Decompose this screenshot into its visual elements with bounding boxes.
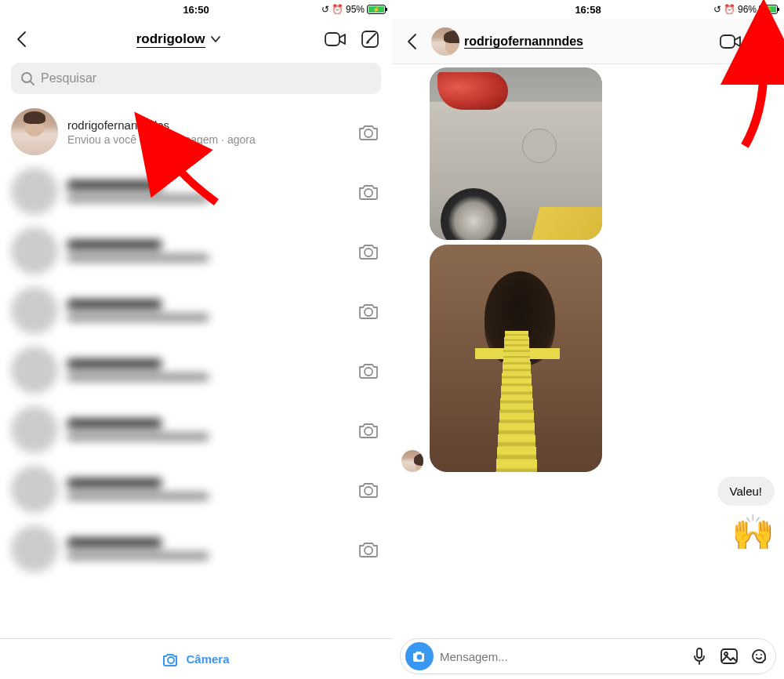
svg-point-8 [365, 368, 372, 376]
search-field[interactable]: Pesquisar [11, 63, 381, 94]
conversation-row-blurred[interactable] [0, 340, 392, 400]
compose-icon [360, 29, 380, 49]
svg-point-6 [365, 249, 372, 256]
message-composer[interactable] [400, 638, 776, 674]
status-bar: 16:50 ↺ ⏰ 95% ⚡ [0, 0, 392, 19]
conversation-row-blurred[interactable] [0, 400, 392, 459]
svg-point-23 [760, 654, 762, 655]
quick-camera-button[interactable] [356, 119, 381, 144]
conversation-text [67, 300, 347, 321]
incoming-photo-message[interactable] [401, 67, 775, 240]
battery-icon: ⚡ [759, 5, 778, 14]
svg-point-11 [365, 546, 372, 554]
orientation-lock-icon: ↺ [713, 4, 721, 15]
svg-point-5 [365, 189, 372, 197]
svg-point-4 [365, 129, 372, 137]
status-right: ↺ ⏰ 95% ⚡ [321, 4, 386, 15]
photo-attachment[interactable] [430, 67, 602, 240]
video-call-button[interactable] [717, 27, 745, 56]
account-switcher[interactable]: rodrigolow [42, 31, 315, 47]
back-button[interactable] [8, 25, 36, 53]
gallery-button[interactable] [717, 645, 741, 668]
status-time: 16:58 [575, 4, 601, 16]
avatar [11, 347, 58, 394]
svg-point-10 [365, 487, 372, 495]
conversation-text: rodrigofernannndes Enviou a você uma men… [67, 118, 347, 146]
direct-thread-screen: 16:58 ↺ ⏰ 96% ⚡ rodrigofernannndes [392, 0, 784, 679]
avatar [11, 525, 58, 572]
avatar [11, 227, 58, 274]
avatar [11, 287, 58, 334]
quick-camera-button[interactable] [356, 298, 381, 323]
conversation-name: rodrigofernannndes [67, 118, 347, 132]
emoji-raised-hands: 🙌 [731, 512, 775, 553]
camera-icon [358, 301, 379, 320]
inbox-header: rodrigolow [0, 19, 392, 60]
quick-camera-button[interactable] [356, 179, 381, 204]
conversation-row-blurred[interactable] [0, 162, 392, 221]
svg-point-2 [22, 73, 31, 82]
back-button[interactable] [398, 27, 426, 56]
svg-point-9 [365, 427, 372, 435]
sender-avatar[interactable] [401, 450, 423, 472]
conversation-avatar[interactable] [431, 27, 459, 56]
svg-line-3 [31, 82, 34, 85]
quick-camera-button[interactable] [356, 536, 381, 561]
sticker-button[interactable] [747, 645, 771, 668]
status-time: 16:50 [183, 4, 209, 16]
svg-rect-0 [325, 33, 339, 45]
chevron-left-icon [16, 31, 28, 48]
svg-rect-14 [720, 35, 735, 48]
svg-rect-19 [697, 648, 702, 658]
quick-camera-button[interactable] [356, 477, 381, 502]
composer-input[interactable] [440, 650, 681, 663]
message-bubble: Valeu! [717, 477, 775, 506]
camera-fill-icon [412, 649, 427, 663]
photo-attachment[interactable] [430, 245, 602, 472]
conversation-text [67, 538, 347, 560]
microphone-icon [691, 647, 707, 666]
battery-percent: 96% [738, 4, 757, 15]
composer-camera-button[interactable] [405, 642, 434, 670]
status-right: ↺ ⏰ 96% ⚡ [713, 4, 778, 15]
outgoing-text-message[interactable]: Valeu! [401, 477, 775, 506]
camera-footer-label: Câmera [186, 652, 229, 666]
outgoing-emoji-message[interactable]: 🙌 [401, 510, 775, 553]
voice-message-button[interactable] [688, 645, 711, 668]
chevron-down-icon [210, 35, 221, 43]
camera-icon [358, 361, 379, 379]
svg-point-7 [365, 308, 372, 316]
alarm-icon: ⏰ [724, 4, 735, 15]
conversation-row-blurred[interactable] [0, 459, 392, 519]
conversation-row-blurred[interactable] [0, 519, 392, 579]
conversation-row[interactable]: rodrigofernannndes Enviou a você uma men… [0, 102, 392, 162]
status-bar: 16:58 ↺ ⏰ 96% ⚡ [392, 0, 784, 19]
svg-point-21 [724, 652, 728, 655]
chat-body: Valeu! 🙌 [392, 64, 784, 635]
conversation-row-blurred[interactable] [0, 281, 392, 340]
info-icon [753, 31, 775, 53]
svg-point-12 [168, 657, 174, 663]
quick-camera-button[interactable] [356, 238, 381, 263]
thread-header: rodrigofernannndes [392, 19, 784, 64]
video-call-button[interactable] [321, 25, 350, 53]
chevron-left-icon [406, 33, 419, 50]
incoming-photo-message[interactable] [401, 245, 775, 472]
camera-footer-button[interactable]: Câmera [0, 638, 392, 679]
gallery-icon [720, 648, 739, 665]
camera-icon [358, 182, 379, 201]
camera-icon [358, 241, 379, 260]
conversation-row-blurred[interactable] [0, 221, 392, 281]
quick-camera-button[interactable] [356, 417, 381, 442]
alarm-icon: ⏰ [332, 4, 343, 15]
quick-camera-button[interactable] [356, 358, 381, 383]
direct-inbox-screen: 16:50 ↺ ⏰ 95% ⚡ rodrigolow [0, 0, 392, 679]
camera-icon [358, 539, 379, 558]
camera-icon [358, 122, 379, 141]
camera-icon [358, 420, 379, 439]
orientation-lock-icon: ↺ [321, 4, 329, 15]
thread-info-button[interactable] [750, 27, 778, 56]
conversation-username[interactable]: rodrigofernannndes [464, 34, 712, 49]
compose-button[interactable] [356, 25, 384, 53]
avatar [11, 108, 58, 155]
